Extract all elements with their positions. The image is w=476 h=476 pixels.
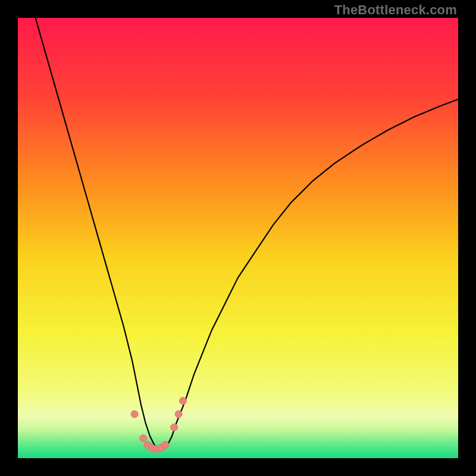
- marker-point: [175, 411, 182, 418]
- outer-frame: TheBottleneck.com: [0, 0, 476, 476]
- chart-svg: [18, 18, 458, 458]
- marker-point: [180, 397, 187, 405]
- marker-point: [140, 435, 147, 442]
- watermark-text: TheBottleneck.com: [334, 2, 457, 18]
- marker-point: [171, 424, 178, 431]
- marker-point: [162, 441, 169, 449]
- gradient-rect: [18, 18, 458, 458]
- plot-area: [18, 18, 458, 458]
- marker-point: [131, 411, 138, 418]
